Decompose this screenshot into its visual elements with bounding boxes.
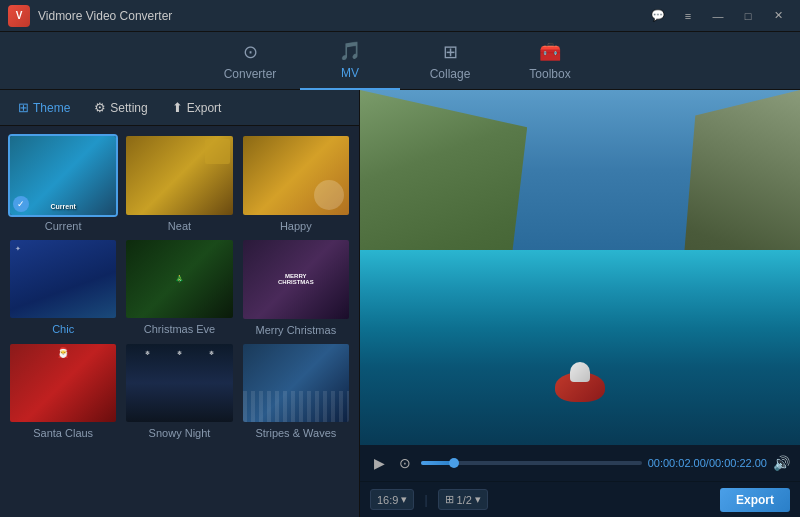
theme-thumb-snowy-night: ❄ ❄ ❄ xyxy=(124,342,234,425)
theme-thumb-stripes-waves xyxy=(241,342,351,425)
tab-mv[interactable]: 🎵 MV xyxy=(300,32,400,90)
video-preview xyxy=(360,90,800,445)
sub-toolbar: ⊞ Theme ⚙ Setting ⬆ Export xyxy=(0,90,359,126)
converter-icon: ⊙ xyxy=(243,41,258,63)
theme-item-happy[interactable]: Happy xyxy=(241,134,351,232)
stop-button[interactable]: ⊙ xyxy=(395,453,415,473)
video-controls2: 16:9 ▾ | ⊞ 1/2 ▾ Export xyxy=(360,481,800,517)
close-button[interactable]: ✕ xyxy=(764,5,792,27)
theme-thumb-happy xyxy=(241,134,351,217)
tab-converter-label: Converter xyxy=(224,67,277,81)
theme-thumb-merry-christmas: MERRYCHRISTMAS xyxy=(241,238,351,321)
theme-item-current[interactable]: Current ✓ Current xyxy=(8,134,118,232)
video-controls: ▶ ⊙ 00:00:02.00/00:00:22.00 🔊 xyxy=(360,445,800,481)
theme-icon: ⊞ xyxy=(18,100,29,115)
export-sub-icon: ⬆ xyxy=(172,100,183,115)
clip-count-label: 1/2 xyxy=(457,494,472,506)
theme-label-christmas-eve: Christmas Eve xyxy=(144,323,216,335)
aspect-ratio-label: 16:9 xyxy=(377,494,398,506)
tab-toolbox[interactable]: 🧰 Toolbox xyxy=(500,32,600,90)
theme-item-christmas-eve[interactable]: 🎄 Christmas Eve xyxy=(124,238,234,336)
toolbox-icon: 🧰 xyxy=(539,41,561,63)
app-title: Vidmore Video Converter xyxy=(38,9,644,23)
theme-item-merry-christmas[interactable]: MERRYCHRISTMAS Merry Christmas xyxy=(241,238,351,336)
mv-icon: 🎵 xyxy=(339,40,361,62)
export-sub-label: Export xyxy=(187,101,222,115)
theme-label-santa-claus: Santa Claus xyxy=(33,427,93,439)
progress-bar[interactable] xyxy=(421,461,642,465)
theme-item-chic[interactable]: ✦ Chic xyxy=(8,238,118,336)
selected-badge: ✓ xyxy=(13,196,29,212)
theme-thumb-neat xyxy=(124,134,234,217)
right-panel: ▶ ⊙ 00:00:02.00/00:00:22.00 🔊 16:9 ▾ | ⊞… xyxy=(360,90,800,517)
app-logo: V xyxy=(8,5,30,27)
play-button[interactable]: ▶ xyxy=(370,453,389,473)
theme-grid: Current ✓ Current Neat xyxy=(0,126,359,517)
tab-mv-label: MV xyxy=(341,66,359,80)
theme-thumb-santa-claus: 🎅 xyxy=(8,342,118,425)
tab-collage-label: Collage xyxy=(430,67,471,81)
progress-thumb xyxy=(449,458,459,468)
volume-button[interactable]: 🔊 xyxy=(773,455,790,471)
export-sub-button[interactable]: ⬆ Export xyxy=(162,96,232,119)
theme-label-merry-christmas: Merry Christmas xyxy=(255,324,336,336)
theme-label-neat: Neat xyxy=(168,220,191,232)
theme-item-neat[interactable]: Neat xyxy=(124,134,234,232)
theme-thumb-current: Current ✓ xyxy=(8,134,118,217)
setting-button[interactable]: ⚙ Setting xyxy=(84,96,157,119)
theme-item-snowy-night[interactable]: ❄ ❄ ❄ Snowy Night xyxy=(124,342,234,440)
theme-item-santa-claus[interactable]: 🎅 Santa Claus xyxy=(8,342,118,440)
theme-label-happy: Happy xyxy=(280,220,312,232)
theme-label-stripes-waves: Stripes & Waves xyxy=(255,427,336,439)
left-panel: ⊞ Theme ⚙ Setting ⬆ Export Current ✓ xyxy=(0,90,360,517)
theme-button[interactable]: ⊞ Theme xyxy=(8,96,80,119)
theme-label-snowy-night: Snowy Night xyxy=(149,427,211,439)
title-bar: V Vidmore Video Converter 💬 ≡ — □ ✕ xyxy=(0,0,800,32)
maximize-button[interactable]: □ xyxy=(734,5,762,27)
aspect-ratio-selector[interactable]: 16:9 ▾ xyxy=(370,489,414,510)
theme-thumb-chic: ✦ xyxy=(8,238,118,321)
content-area: ⊞ Theme ⚙ Setting ⬆ Export Current ✓ xyxy=(0,90,800,517)
export-button[interactable]: Export xyxy=(720,488,790,512)
clip-icon: ⊞ xyxy=(445,493,454,506)
main-nav: ⊙ Converter 🎵 MV ⊞ Collage 🧰 Toolbox xyxy=(0,32,800,90)
minimize-button[interactable]: — xyxy=(704,5,732,27)
theme-label-current: Current xyxy=(45,220,82,232)
setting-label: Setting xyxy=(110,101,147,115)
clip-count-selector[interactable]: ⊞ 1/2 ▾ xyxy=(438,489,488,510)
menu-button[interactable]: ≡ xyxy=(674,5,702,27)
collage-icon: ⊞ xyxy=(443,41,458,63)
tab-collage[interactable]: ⊞ Collage xyxy=(400,32,500,90)
tab-toolbox-label: Toolbox xyxy=(529,67,570,81)
chat-button[interactable]: 💬 xyxy=(644,5,672,27)
theme-item-stripes-waves[interactable]: Stripes & Waves xyxy=(241,342,351,440)
tab-converter[interactable]: ⊙ Converter xyxy=(200,32,300,90)
theme-label: Theme xyxy=(33,101,70,115)
clip-count-arrow: ▾ xyxy=(475,493,481,506)
time-display: 00:00:02.00/00:00:22.00 xyxy=(648,457,767,469)
aspect-ratio-arrow: ▾ xyxy=(401,493,407,506)
window-controls: 💬 ≡ — □ ✕ xyxy=(644,5,792,27)
theme-thumb-christmas-eve: 🎄 xyxy=(124,238,234,321)
theme-label-chic: Chic xyxy=(52,323,74,335)
setting-icon: ⚙ xyxy=(94,100,106,115)
